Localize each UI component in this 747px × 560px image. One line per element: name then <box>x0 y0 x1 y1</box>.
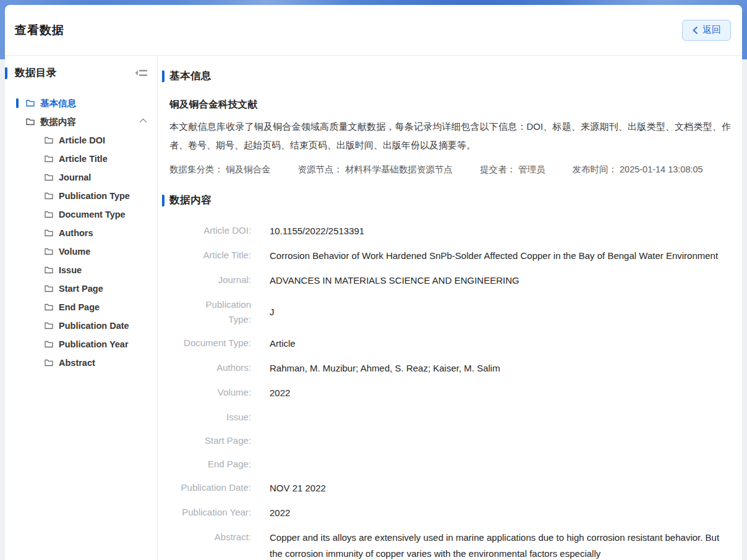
sidebar-tree: 基本信息 数据内容 Article DOI Article Title <box>5 94 157 372</box>
card-header: 查看数据 返回 <box>5 5 742 56</box>
tree-item-label: Issue <box>59 265 82 275</box>
meta-value: 铜及铜合金 <box>226 164 271 174</box>
collapse-sidebar-button[interactable] <box>134 67 148 79</box>
field-label: Authors: <box>169 360 251 375</box>
field-label: Publication Type: <box>169 297 251 327</box>
field-value: 2022 <box>270 385 290 401</box>
field-row: Publication Type: J <box>169 293 731 331</box>
field-label: Volume: <box>169 385 251 400</box>
field-label: Issue: <box>169 410 251 425</box>
tree-item[interactable]: Authors <box>5 224 157 242</box>
accent-bar <box>5 67 7 79</box>
field-value: Copper and its alloys are extensively us… <box>270 530 720 560</box>
field-row: Article Title: Corrosion Behavior of Wor… <box>169 244 731 268</box>
folder-icon <box>45 211 53 218</box>
tree-item[interactable]: End Page <box>5 298 157 316</box>
folder-icon <box>45 285 53 292</box>
tree-item-label: Document Type <box>59 210 126 219</box>
field-label: Publication Year: <box>169 505 251 520</box>
folder-icon <box>45 359 53 367</box>
selected-indicator <box>16 98 19 108</box>
tree-item[interactable]: 数据内容 <box>5 112 157 131</box>
folder-icon <box>45 137 53 144</box>
tree-item-label: Article DOI <box>59 135 105 145</box>
meta-item: 资源节点：材料科学基础数据资源节点 <box>298 164 453 176</box>
data-content-section-title: 数据内容 <box>169 193 211 207</box>
tree-item[interactable]: Abstract <box>5 354 157 372</box>
basic-info-section-title: 基本信息 <box>169 69 211 83</box>
folder-icon <box>45 322 53 329</box>
meta-label: 提交者： <box>480 164 516 174</box>
tree-item[interactable]: Start Page <box>5 279 157 298</box>
basic-info-section-header: 基本信息 <box>162 69 731 83</box>
folder-icon <box>45 248 53 255</box>
accent-bar <box>162 195 164 206</box>
tree-item-label: Start Page <box>59 284 103 294</box>
tree-item[interactable]: Issue <box>5 261 157 279</box>
meta-item: 发布时间：2025-01-14 13:08:05 <box>573 164 703 176</box>
chevron-up-icon[interactable] <box>139 118 147 123</box>
tree-item-label: End Page <box>59 302 100 312</box>
meta-label: 发布时间： <box>573 164 618 174</box>
folder-icon <box>45 303 53 311</box>
tree-item-label: Article Title <box>59 154 108 164</box>
back-button[interactable]: 返回 <box>682 20 731 41</box>
field-row: Publication Date: NOV 21 2022 <box>169 476 731 501</box>
field-label: Journal: <box>169 273 251 287</box>
tree-item[interactable]: Publication Type <box>5 187 157 205</box>
page-title: 查看数据 <box>15 22 64 38</box>
field-value: ADVANCES IN MATERIALS SCIENCE AND ENGINE… <box>270 273 519 289</box>
tree-item-label: Publication Year <box>59 339 129 349</box>
sidebar: 数据目录 基本信息 <box>5 56 158 560</box>
chevron-left-icon <box>692 26 698 35</box>
tree-item-label: Publication Date <box>59 321 129 331</box>
field-value: Article <box>270 336 296 352</box>
field-label: Document Type: <box>169 336 251 350</box>
tree-item-label: Journal <box>59 172 91 182</box>
tree-item[interactable]: Publication Year <box>5 335 157 354</box>
tree-item[interactable]: Article DOI <box>5 131 157 150</box>
tree-item[interactable]: Journal <box>5 168 157 187</box>
folder-icon <box>45 266 53 274</box>
accent-bar <box>162 70 164 82</box>
main-content: 基本信息 铜及铜合金科技文献 本文献信息库收录了铜及铜合金领域高质量文献数据，每… <box>158 56 742 560</box>
field-value: Corrosion Behavior of Work Hardened SnPb… <box>270 248 718 264</box>
field-label: Article DOI: <box>169 223 251 238</box>
meta-value: 2025-01-14 13:08:05 <box>620 164 703 174</box>
field-row: End Page: <box>169 452 731 476</box>
sidebar-header: 数据目录 <box>5 66 157 80</box>
dataset-title: 铜及铜合金科技文献 <box>169 98 731 111</box>
field-row: Publication Year: 2022 <box>169 501 731 525</box>
field-value: Rahman, M. Muzibur; Ahmed, S. Reaz; Kais… <box>270 360 500 376</box>
tree-item-label: Authors <box>59 228 93 238</box>
meta-value: 管理员 <box>518 164 545 174</box>
field-row: Start Page: <box>169 429 731 452</box>
folder-icon <box>26 100 35 107</box>
dataset-description: 本文献信息库收录了铜及铜合金领域高质量文献数据，每条记录均详细包含以下信息：DO… <box>169 117 731 155</box>
tree-item[interactable]: Volume <box>5 242 157 261</box>
tree-item[interactable]: Publication Date <box>5 316 157 335</box>
back-button-label: 返回 <box>702 24 721 36</box>
meta-item: 数据集分类：铜及铜合金 <box>169 164 271 176</box>
meta-label: 资源节点： <box>298 164 343 174</box>
tree-item[interactable]: Article Title <box>5 150 157 168</box>
data-content-section-header: 数据内容 <box>162 193 731 207</box>
field-row: Journal: ADVANCES IN MATERIALS SCIENCE A… <box>169 268 731 293</box>
tree-item[interactable]: 基本信息 <box>5 94 157 112</box>
folder-icon <box>45 155 53 163</box>
sidebar-title: 数据目录 <box>15 66 57 80</box>
folder-icon <box>45 192 53 200</box>
field-value: NOV 21 2022 <box>270 480 326 496</box>
tree-item-label: Publication Type <box>59 191 130 201</box>
tree-item[interactable]: Document Type <box>5 205 157 224</box>
meta-value: 材料科学基础数据资源节点 <box>345 164 453 174</box>
tree-item-label: 基本信息 <box>40 98 76 109</box>
field-row: Issue: <box>169 405 731 429</box>
field-label: Publication Date: <box>169 480 251 495</box>
field-label: Article Title: <box>169 248 251 263</box>
field-row: Article DOI: 10.1155/2022/2513391 <box>169 219 731 244</box>
meta-label: 数据集分类： <box>169 164 223 174</box>
dataset-meta-row: 数据集分类：铜及铜合金 资源节点：材料科学基础数据资源节点 提交者：管理员 发布… <box>169 164 731 176</box>
field-value: 2022 <box>270 505 290 521</box>
view-data-card: 查看数据 返回 数据目录 <box>5 5 742 560</box>
